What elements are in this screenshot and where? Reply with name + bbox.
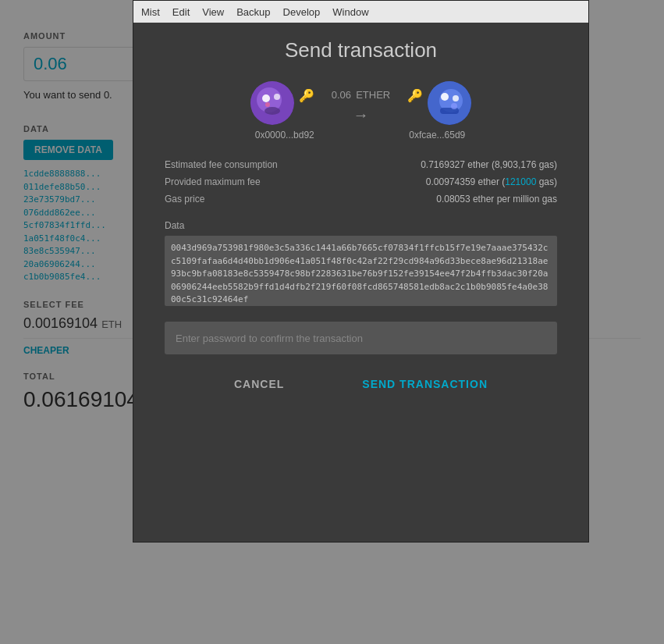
fee-gas-label: Gas price <box>165 194 204 205</box>
to-address-block: 🔑 0xfcae...65d9 <box>403 81 471 141</box>
tx-arrow-container: 0.06 ETHER → <box>332 83 391 124</box>
modal-actions: CANCEL SEND TRANSACTION <box>165 370 557 398</box>
fee-row-provided: Provided maximum fee 0.00974359 ether (1… <box>165 173 557 190</box>
svg-point-9 <box>453 95 459 101</box>
from-avatar <box>250 81 294 125</box>
svg-point-11 <box>451 103 457 109</box>
to-key-icon: 🔑 <box>407 88 423 103</box>
send-transaction-button[interactable]: SEND TRANSACTION <box>346 370 503 398</box>
cancel-button[interactable]: CANCEL <box>218 370 300 398</box>
svg-rect-10 <box>440 108 459 114</box>
menu-bar: Mist Edit View Backup Develop Window <box>133 1 588 23</box>
svg-point-8 <box>441 93 449 101</box>
tx-visual: 🔑 0x0000...bd92 0.06 ETHER → 🔑 <box>165 81 557 141</box>
from-address: 0x0000...bd92 <box>255 130 314 141</box>
svg-point-4 <box>265 107 280 115</box>
fee-gas-highlight: 121000 <box>505 176 536 187</box>
from-key-icon: 🔑 <box>299 88 314 103</box>
fee-row-estimated: Estimated fee consumption 0.7169327 ethe… <box>165 156 557 173</box>
fee-provided-value: 0.00974359 ether (121000 gas) <box>426 176 557 187</box>
modal-body: Send transaction <box>133 23 588 542</box>
menu-develop[interactable]: Develop <box>283 6 321 18</box>
menu-window[interactable]: Window <box>332 6 368 18</box>
tx-amount: 0.06 ETHER <box>332 83 391 103</box>
to-avatar <box>428 81 471 125</box>
from-address-block: 🔑 0x0000...bd92 <box>250 81 319 141</box>
tx-arrow-icon: → <box>353 106 369 124</box>
to-address: 0xfcae...65d9 <box>409 130 465 141</box>
fee-row-gas: Gas price 0.08053 ether per million gas <box>165 190 557 208</box>
menu-mist[interactable]: Mist <box>141 6 160 18</box>
fee-table: Estimated fee consumption 0.7169327 ethe… <box>165 156 557 208</box>
fee-provided-label: Provided maximum fee <box>165 176 261 187</box>
fee-estimated-label: Estimated fee consumption <box>165 159 278 170</box>
send-transaction-modal: Mist Edit View Backup Develop Window Sen… <box>133 0 589 543</box>
svg-point-3 <box>274 94 280 100</box>
modal-title: Send transaction <box>165 38 557 62</box>
menu-view[interactable]: View <box>202 6 224 18</box>
data-textarea[interactable]: 0043d969a753981f980e3c5a336c1441a66b7665… <box>165 236 557 306</box>
fee-gas-value: 0.08053 ether per million gas <box>436 194 557 205</box>
data-section-label: Data <box>165 220 557 231</box>
menu-edit[interactable]: Edit <box>172 6 190 18</box>
svg-point-5 <box>265 102 270 107</box>
data-container: Data 0043d969a753981f980e3c5a336c1441a66… <box>165 220 557 322</box>
svg-point-2 <box>262 94 270 102</box>
password-input[interactable] <box>165 322 557 354</box>
menu-backup[interactable]: Backup <box>236 6 270 18</box>
fee-estimated-value: 0.7169327 ether (8,903,176 gas) <box>421 159 557 170</box>
